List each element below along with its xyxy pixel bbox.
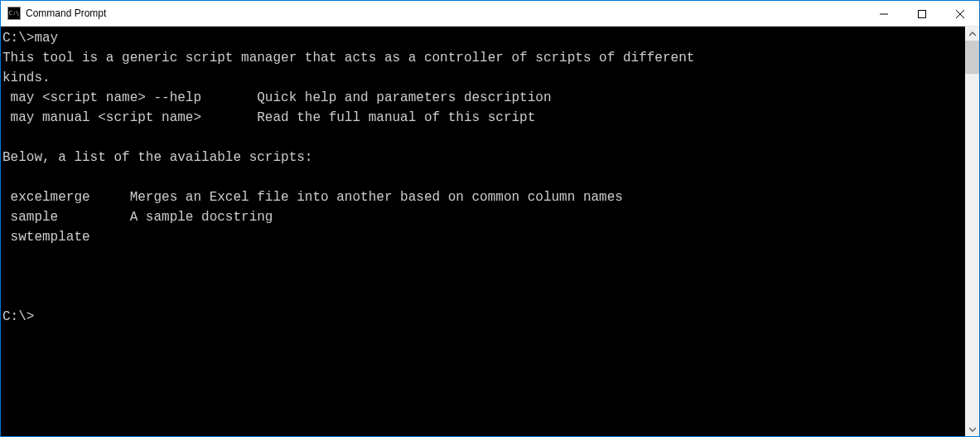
maximize-button[interactable] xyxy=(903,1,941,27)
command-input: may xyxy=(34,31,58,46)
output-line: may <script name> --help Quick help and … xyxy=(2,90,552,105)
prompt: C:\> xyxy=(2,31,34,46)
output-line: sample A sample docstring xyxy=(2,210,273,225)
chevron-down-icon xyxy=(969,426,976,433)
svg-rect-1 xyxy=(919,10,926,17)
output-line: excelmerge Merges an Excel file into ano… xyxy=(2,190,623,205)
output-line: may manual <script name> Read the full m… xyxy=(2,110,535,125)
window-title: Command Prompt xyxy=(26,7,865,19)
titlebar: C:\ Command Prompt xyxy=(1,1,979,27)
terminal-output[interactable]: C:\>may This tool is a generic script ma… xyxy=(1,27,965,436)
vertical-scrollbar[interactable] xyxy=(965,27,979,436)
scroll-up-button[interactable] xyxy=(965,27,979,41)
prompt: C:\> xyxy=(2,309,34,324)
minimize-button[interactable] xyxy=(865,1,903,27)
scroll-track[interactable] xyxy=(965,41,979,422)
cmd-icon: C:\ xyxy=(7,7,21,20)
terminal-container: C:\>may This tool is a generic script ma… xyxy=(1,27,979,436)
scroll-thumb[interactable] xyxy=(965,41,979,74)
minimize-icon xyxy=(880,10,888,18)
output-line: This tool is a generic script manager th… xyxy=(2,51,694,66)
close-button[interactable] xyxy=(941,1,979,27)
scroll-down-button[interactable] xyxy=(965,422,979,436)
chevron-up-icon xyxy=(969,31,976,37)
output-line: Below, a list of the available scripts: xyxy=(2,150,312,165)
window-controls xyxy=(865,1,979,26)
maximize-icon xyxy=(918,10,926,18)
output-line: kinds. xyxy=(2,70,51,85)
output-line: swtemplate xyxy=(2,230,90,245)
close-icon xyxy=(956,10,964,18)
